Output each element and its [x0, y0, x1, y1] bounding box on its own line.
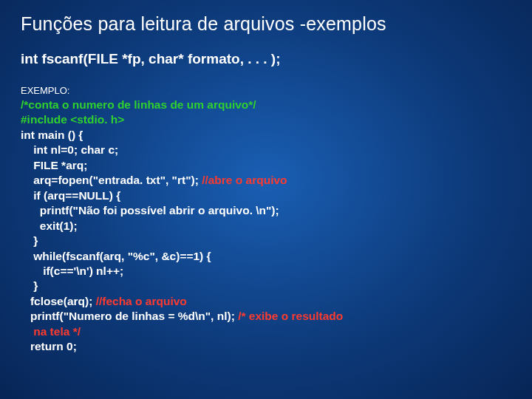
example-label: EXEMPLO: — [21, 85, 511, 96]
code-comment-inline: //abre o arquivo — [202, 174, 287, 186]
function-signature: int fscanf(FILE *fp, char* formato, . . … — [21, 51, 511, 67]
code-line: int nl=0; char c; — [21, 143, 118, 156]
code-block: /*conta o numero de linhas de um arquivo… — [21, 98, 511, 355]
code-line: printf("Não foi possível abrir o arquivo… — [21, 204, 279, 216]
code-line: return 0; — [21, 340, 77, 352]
code-line: } — [21, 234, 38, 247]
code-line: arq=fopen("entrada. txt", "rt"); — [21, 174, 202, 186]
code-comment: /*conta o numero de linhas de um arquivo… — [21, 98, 256, 111]
code-line: while(fscanf(arq, "%c", &c)==1) { — [21, 250, 211, 262]
code-line: exit(1); — [21, 219, 78, 232]
code-line: fclose(arq); — [21, 295, 96, 307]
slide-title: Funções para leitura de arquivos -exempl… — [21, 13, 511, 35]
code-line: if(c=='\n') nl++; — [21, 265, 123, 277]
code-line: FILE *arq; — [21, 159, 87, 171]
code-comment-inline: /* exibe o resultado — [238, 310, 343, 322]
code-comment-inline: //fecha o arquivo — [96, 295, 187, 307]
code-line: } — [21, 279, 38, 292]
code-line: int main () { — [21, 129, 83, 141]
code-line: if (arq==NULL) { — [21, 189, 120, 202]
code-line: printf("Numero de linhas = %d\n", nl); — [21, 310, 238, 322]
code-include: #include <stdio. h> — [21, 113, 124, 126]
code-comment-inline: na tela */ — [21, 325, 81, 338]
